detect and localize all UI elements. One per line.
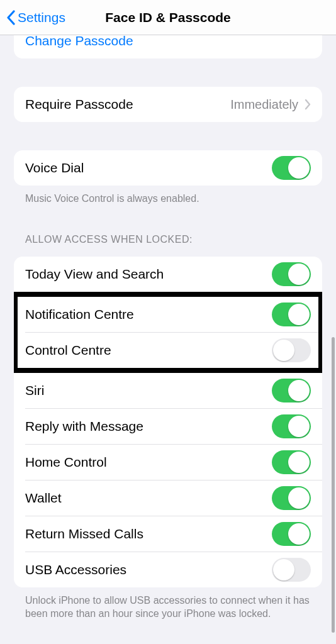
siri-toggle[interactable] — [272, 379, 311, 402]
home-control-label: Home Control — [25, 455, 107, 470]
voice-dial-footer: Music Voice Control is always enabled. — [14, 186, 322, 206]
allow-access-group: Today View and Search Notification Centr… — [14, 257, 322, 587]
missed-calls-label: Return Missed Calls — [25, 526, 143, 541]
missed-calls-row: Return Missed Calls — [14, 516, 322, 552]
require-group: Require Passcode Immediately — [14, 87, 322, 122]
today-view-row: Today View and Search — [14, 257, 322, 292]
highlight-box: Notification Centre Control Centre — [14, 292, 322, 373]
usb-footer: Unlock iPhone to allow USB accessories t… — [14, 587, 322, 621]
nav-bar: Settings Face ID & Passcode — [0, 0, 336, 35]
voice-dial-group: Voice Dial — [14, 150, 322, 186]
usb-accessories-row: USB Accessories — [14, 552, 322, 587]
voice-dial-label: Voice Dial — [25, 160, 84, 175]
siri-row: Siri — [14, 373, 322, 408]
back-label: Settings — [18, 10, 65, 25]
missed-calls-toggle[interactable] — [272, 522, 311, 546]
control-centre-row: Control Centre — [18, 333, 318, 368]
today-view-label: Today View and Search — [25, 267, 164, 282]
siri-label: Siri — [25, 383, 44, 398]
voice-dial-row: Voice Dial — [14, 150, 322, 186]
control-centre-toggle[interactable] — [272, 338, 311, 362]
usb-accessories-toggle[interactable] — [272, 558, 311, 582]
notification-centre-label: Notification Centre — [25, 307, 134, 322]
require-passcode-row[interactable]: Require Passcode Immediately — [14, 87, 322, 122]
reply-message-row: Reply with Message — [14, 409, 322, 444]
reply-message-label: Reply with Message — [25, 419, 143, 434]
home-control-toggle[interactable] — [272, 450, 311, 474]
wallet-toggle[interactable] — [272, 486, 311, 510]
chevron-right-icon — [305, 99, 311, 110]
notification-centre-row: Notification Centre — [18, 297, 318, 332]
require-passcode-label: Require Passcode — [25, 97, 133, 112]
allow-header: ALLOW ACCESS WHEN LOCKED: — [14, 234, 322, 250]
wallet-label: Wallet — [25, 491, 62, 506]
wallet-row: Wallet — [14, 480, 322, 516]
usb-accessories-label: USB Accessories — [25, 562, 126, 577]
change-passcode-label: Change Passcode — [25, 33, 133, 48]
control-centre-label: Control Centre — [25, 343, 111, 358]
today-view-toggle[interactable] — [272, 262, 311, 286]
home-control-row: Home Control — [14, 445, 322, 480]
notification-centre-toggle[interactable] — [272, 303, 311, 326]
require-passcode-value: Immediately — [230, 97, 298, 112]
voice-dial-toggle[interactable] — [272, 156, 311, 180]
scrollbar[interactable] — [332, 337, 335, 633]
chevron-left-icon — [6, 10, 16, 25]
back-button[interactable]: Settings — [6, 10, 65, 25]
reply-message-toggle[interactable] — [272, 414, 311, 438]
